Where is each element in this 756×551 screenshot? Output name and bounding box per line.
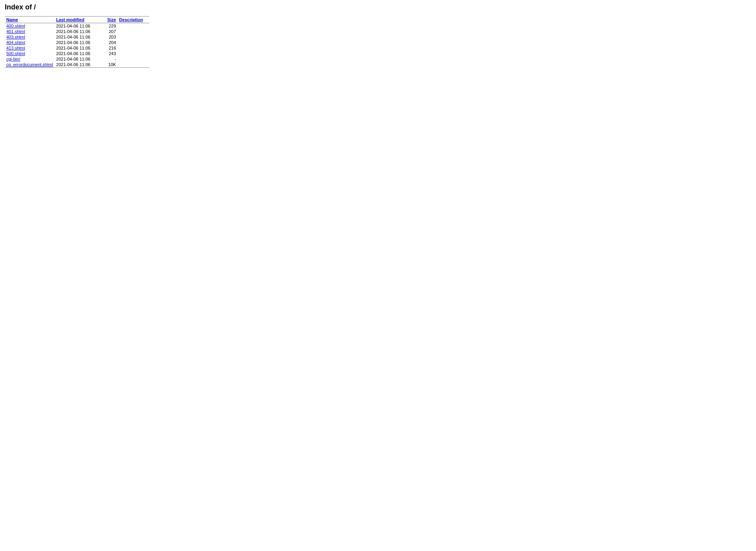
name-sort-link[interactable]: Name — [6, 17, 18, 22]
file-name-cell: 401.shtml — [5, 29, 55, 34]
file-name-cell: 500.shtml — [5, 51, 55, 56]
file-modified-cell: 2021-04-06 11:06 — [55, 34, 102, 40]
file-name-cell: 413.shtml — [5, 45, 55, 51]
file-modified-cell: 2021-04-06 11:06 — [55, 56, 102, 62]
file-modified-cell: 2021-04-06 11:06 — [55, 51, 102, 56]
size-sort-link[interactable]: Size — [107, 17, 116, 22]
file-description-cell — [118, 23, 149, 29]
file-modified-cell: 2021-04-06 11:06 — [55, 62, 102, 68]
table-row: 401.shtml2021-04-06 11:06207 — [5, 29, 149, 34]
file-size-cell: 216 — [102, 45, 118, 51]
file-modified-cell: 2021-04-06 11:06 — [55, 29, 102, 34]
column-header-size[interactable]: Size — [102, 17, 118, 23]
table-row: cgi-bin/2021-04-06 11:06- — [5, 56, 149, 62]
modified-sort-link[interactable]: Last modified — [56, 17, 85, 22]
file-size-cell: 10K — [102, 62, 118, 68]
table-row: cp_errordocument.shtml2021-04-06 11:0610… — [5, 62, 149, 68]
file-link[interactable]: cp_errordocument.shtml — [6, 62, 53, 67]
table-row: 403.shtml2021-04-06 11:06203 — [5, 34, 149, 40]
file-size-cell: - — [102, 56, 118, 62]
file-link[interactable]: 500.shtml — [6, 51, 25, 56]
file-link[interactable]: 413.shtml — [6, 46, 25, 50]
column-header-name[interactable]: Name — [5, 17, 55, 23]
file-size-cell: 243 — [102, 51, 118, 56]
file-description-cell — [118, 62, 149, 68]
file-description-cell — [118, 51, 149, 56]
table-row: 500.shtml2021-04-06 11:06243 — [5, 51, 149, 56]
table-row: 404.shtml2021-04-06 11:06204 — [5, 40, 149, 45]
file-size-cell: 207 — [102, 29, 118, 34]
file-description-cell — [118, 29, 149, 34]
file-size-cell: 229 — [102, 23, 118, 29]
file-modified-cell: 2021-04-06 11:06 — [55, 45, 102, 51]
file-listing-table: Name Last modified Size Description 400.… — [5, 16, 149, 68]
file-name-cell: 400.shtml — [5, 23, 55, 29]
file-link[interactable]: 403.shtml — [6, 35, 25, 39]
file-size-cell: 203 — [102, 34, 118, 40]
column-header-modified[interactable]: Last modified — [55, 17, 102, 23]
page-title: Index of / — [5, 3, 751, 11]
file-name-cell: 403.shtml — [5, 34, 55, 40]
table-header-row: Name Last modified Size Description — [5, 17, 149, 23]
file-description-cell — [118, 34, 149, 40]
column-header-description[interactable]: Description — [118, 17, 149, 23]
table-row: 400.shtml2021-04-06 11:06229 — [5, 23, 149, 29]
file-description-cell — [118, 40, 149, 45]
file-modified-cell: 2021-04-06 11:06 — [55, 40, 102, 45]
file-link[interactable]: 400.shtml — [6, 24, 25, 28]
file-size-cell: 204 — [102, 40, 118, 45]
file-description-cell — [118, 45, 149, 51]
file-link[interactable]: 401.shtml — [6, 29, 25, 34]
description-sort-link[interactable]: Description — [119, 17, 143, 22]
file-name-cell: cgi-bin/ — [5, 56, 55, 62]
file-description-cell — [118, 56, 149, 62]
file-name-cell: cp_errordocument.shtml — [5, 62, 55, 68]
file-link[interactable]: 404.shtml — [6, 40, 25, 45]
file-link[interactable]: cgi-bin/ — [6, 57, 20, 61]
table-row: 413.shtml2021-04-06 11:06216 — [5, 45, 149, 51]
file-modified-cell: 2021-04-06 11:06 — [55, 23, 102, 29]
file-name-cell: 404.shtml — [5, 40, 55, 45]
